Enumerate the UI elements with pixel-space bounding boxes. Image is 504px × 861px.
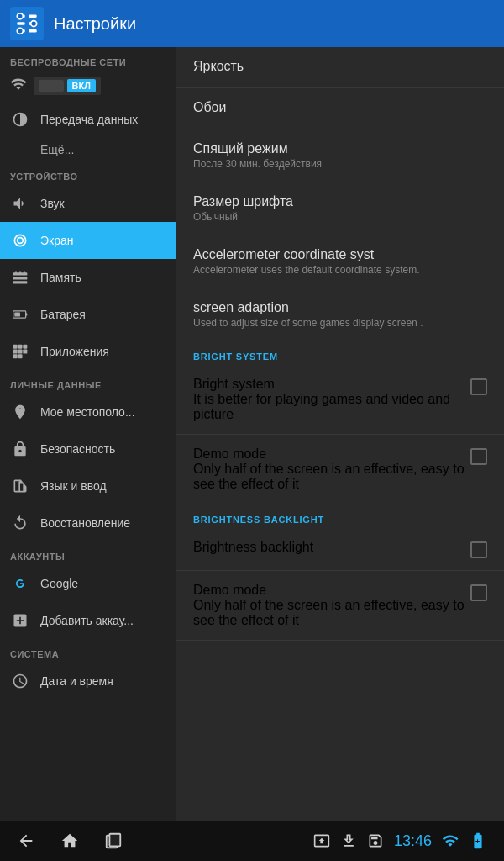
sidebar-item-data[interactable]: Передача данных [0,101,176,138]
sidebar-datetime-label: Дата и время [40,674,113,688]
demo-mode-2-sub: Only half of the screen is an effective,… [193,598,470,628]
svg-rect-5 [29,29,36,33]
svg-rect-22 [13,350,18,354]
brightness-backlight-checkbox[interactable] [470,541,487,558]
sidebar-add-account-label: Добавить аккау... [40,614,134,627]
screen-icon [10,230,30,251]
setting-accelerometer[interactable]: Accelerometer coordinate syst Accelerome… [176,235,504,288]
sidebar-item-location[interactable]: Мое местополо... [0,394,176,430]
svg-rect-1 [29,15,36,18]
sidebar-item-restore[interactable]: Восстановление [0,504,176,541]
screenshot-icon [313,832,330,849]
sidebar: БЕСПРОВОДНЫЕ СЕТИ ВКЛ Передача данных [0,47,176,821]
sidebar-item-battery[interactable]: Батарея [0,296,176,333]
nav-left-buttons [17,832,123,850]
setting-demo-mode-1[interactable]: Demo mode Only half of the screen is an … [176,435,504,504]
demo-mode-2-checkbox[interactable] [470,584,487,601]
sidebar-restore-label: Восстановление [40,516,130,530]
svg-rect-14 [19,272,21,274]
security-icon [10,439,30,459]
title-bar: Настройки [0,0,504,47]
sidebar-item-sound[interactable]: Звук [0,185,176,222]
save-icon [367,832,384,849]
sidebar-item-screen[interactable]: Экран [0,222,176,259]
sound-icon [10,193,30,214]
setting-demo-mode-2[interactable]: Demo mode Only half of the screen is an … [176,571,504,641]
brightness-backlight-title: Brightness backlight [193,540,470,555]
setting-sleep[interactable]: Спящий режим После 30 мин. бездействия [176,129,504,182]
sidebar-data-label: Передача данных [40,113,138,126]
setting-screen-adaption[interactable]: screen adaption Used to adjust size of s… [176,288,504,341]
settings-app-icon [10,7,44,40]
google-icon [10,573,30,594]
svg-rect-24 [23,350,27,354]
svg-rect-23 [18,350,23,354]
sidebar-item-language[interactable]: Язык и ввод [0,467,176,504]
sidebar-screen-label: Экран [40,234,74,247]
demo-mode-1-sub: Only half of the screen is an effective,… [193,462,470,492]
data-icon [10,109,30,129]
demo-mode-1-text: Demo mode Only half of the screen is an … [193,446,470,492]
sidebar-google-label: Google [40,577,78,590]
main-content: БЕСПРОВОДНЫЕ СЕТИ ВКЛ Передача данных [0,47,504,821]
clock: 13:46 [394,832,432,850]
brightness-backlight-text: Brightness backlight [193,540,470,555]
demo-mode-1-title: Demo mode [193,446,470,462]
demo-mode-2-title: Demo mode [193,583,470,598]
section-label-device: УСТРОЙСТВО [0,161,176,185]
home-button[interactable] [60,832,79,850]
sleep-title: Спящий режим [193,141,487,156]
demo-mode-2-text: Demo mode Only half of the screen is an … [193,583,470,628]
battery-icon [10,304,30,325]
sidebar-security-label: Безопасность [40,442,115,456]
demo-mode-1-checkbox[interactable] [470,448,487,465]
location-icon [10,402,30,422]
setting-bright-system[interactable]: Bright system It is better for playing g… [176,365,504,435]
setting-brightness-backlight[interactable]: Brightness backlight [176,528,504,571]
status-wifi-icon [442,832,459,849]
sidebar-item-apps[interactable]: Приложения [0,333,176,370]
sidebar-item-memory[interactable]: Память [0,259,176,296]
sidebar-item-wifi[interactable]: ВКЛ [0,71,176,101]
setting-font-size[interactable]: Размер шрифта Обычный [176,182,504,235]
download-icon [340,832,357,849]
sidebar-item-datetime[interactable]: Дата и время [0,663,176,700]
apps-icon [10,341,30,362]
recents-button[interactable] [104,832,123,850]
section-bright-system: BRIGHT SYSTEM [176,341,504,365]
svg-rect-25 [13,354,18,358]
svg-rect-11 [13,277,28,279]
setting-wallpaper[interactable]: Обои [176,88,504,129]
sidebar-apps-label: Приложения [40,345,109,358]
status-battery-icon [469,832,487,850]
font-size-title: Размер шрифта [193,194,487,209]
wallpaper-title: Обои [193,100,487,115]
wifi-toggle-label[interactable]: ВКЛ [67,79,96,92]
sidebar-item-google[interactable]: Google [0,565,176,602]
sleep-sub: После 30 мин. бездействия [193,158,487,170]
section-label-accounts: АККАУНТЫ [0,541,176,565]
setting-brightness[interactable]: Яркость [176,47,504,88]
bright-system-checkbox[interactable] [470,378,487,395]
sidebar-item-security[interactable]: Безопасность [0,430,176,467]
add-account-icon [10,610,30,631]
svg-point-8 [17,28,23,34]
svg-rect-18 [14,313,20,317]
sidebar-item-more[interactable]: Ещё... [0,138,176,161]
language-icon [10,476,30,496]
sidebar-memory-label: Память [40,271,81,284]
back-button[interactable] [17,832,35,850]
section-brightness-backlight: BRIGHTNESS BACKLIGHT [176,504,504,528]
memory-icon [10,267,30,288]
screen-adaption-title: screen adaption [193,300,487,315]
sidebar-more-label: Ещё... [40,143,74,156]
section-label-personal: ЛИЧНЫЕ ДАННЫЕ [0,370,176,394]
section-label-system: СИСТЕМА [0,639,176,663]
sidebar-item-add-account[interactable]: Добавить аккау... [0,602,176,639]
wifi-toggle[interactable]: ВКЛ [34,77,101,95]
svg-rect-13 [15,272,17,274]
svg-rect-26 [18,354,23,358]
wifi-toggle-bar [39,80,64,92]
wifi-icon [10,76,27,96]
brightness-title: Яркость [193,59,487,74]
